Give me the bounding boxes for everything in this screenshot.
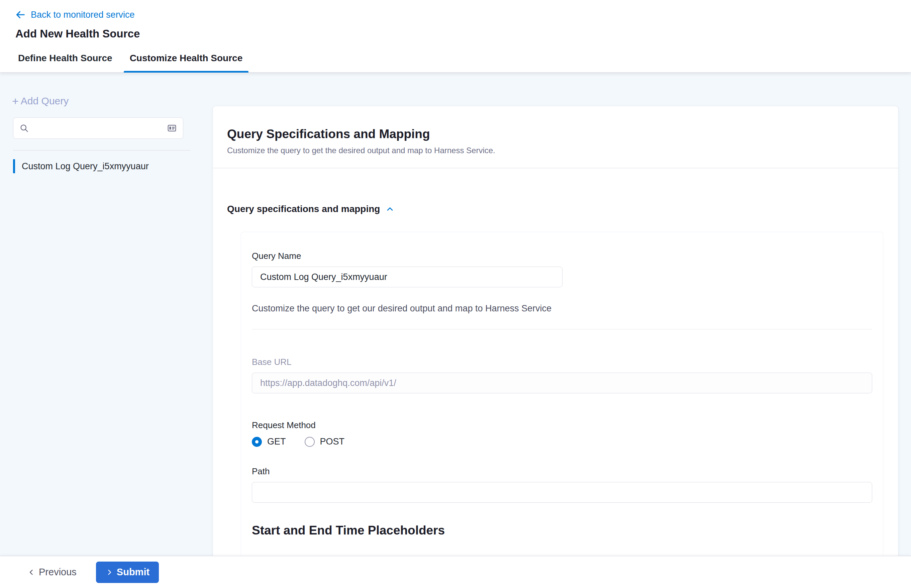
add-query-button[interactable]: + Add Query — [12, 95, 213, 107]
submit-button-label: Submit — [117, 567, 150, 578]
search-icon — [19, 123, 29, 133]
base-url-field: Base URL — [252, 357, 872, 393]
base-url-input — [252, 373, 872, 393]
path-field: Path — [252, 466, 872, 503]
query-sidebar: + Add Query Custom Log Query_i5xmyyuaur — [0, 73, 213, 174]
add-health-source-page: Back to monitored service Add New Health… — [0, 0, 911, 588]
back-link[interactable]: Back to monitored service — [31, 10, 135, 20]
path-label: Path — [252, 466, 872, 477]
path-input[interactable] — [252, 482, 872, 503]
plus-icon: + — [12, 96, 19, 106]
base-url-label: Base URL — [252, 357, 872, 367]
query-list-item[interactable]: Custom Log Query_i5xmyyuaur — [0, 158, 213, 174]
radio-get-label: GET — [267, 436, 286, 447]
tab-bar: Define Health Source Customize Health So… — [0, 53, 911, 73]
tab-customize-health-source[interactable]: Customize Health Source — [124, 53, 249, 72]
section-heading-label: Query specifications and mapping — [227, 204, 380, 215]
previous-button-label: Previous — [39, 567, 77, 578]
radio-get[interactable]: GET — [252, 436, 286, 447]
card-subtitle: Customize the query to get the desired o… — [227, 146, 883, 155]
query-name-label: Query Name — [252, 251, 872, 261]
chevron-up-icon[interactable] — [385, 204, 395, 214]
selected-indicator-bar — [13, 159, 15, 173]
card-header: Query Specifications and Mapping Customi… — [213, 107, 898, 168]
back-arrow-icon[interactable] — [15, 9, 26, 20]
radio-post[interactable]: POST — [305, 436, 345, 447]
chevron-left-icon — [27, 568, 36, 576]
form-divider — [252, 329, 872, 330]
placeholders-heading: Start and End Time Placeholders — [252, 523, 872, 538]
query-name-field: Query Name Customize the query to get ou… — [252, 251, 872, 314]
submit-button[interactable]: Submit — [96, 562, 159, 583]
section-collapse-toggle[interactable]: Query specifications and mapping — [227, 204, 883, 215]
page-title: Add New Health Source — [15, 27, 911, 40]
query-mapping-form: Query Name Customize the query to get ou… — [241, 232, 883, 556]
wizard-footer: Previous Submit — [0, 556, 911, 588]
card-body: Query specifications and mapping Query N… — [213, 204, 898, 556]
query-name-input[interactable] — [252, 267, 562, 287]
add-query-label: Add Query — [21, 95, 69, 107]
back-navigation[interactable]: Back to monitored service — [0, 8, 911, 21]
query-search-box[interactable] — [13, 117, 183, 139]
search-input[interactable] — [34, 123, 162, 134]
content-area: + Add Query Custom Log Query_i5xmyyuaur — [0, 73, 911, 556]
page-header: Back to monitored service Add New Health… — [0, 0, 911, 73]
request-method-label: Request Method — [252, 420, 872, 430]
chevron-right-icon — [105, 568, 113, 576]
sidebar-divider — [13, 150, 191, 150]
previous-button[interactable]: Previous — [27, 567, 77, 578]
radio-post-label: POST — [320, 436, 345, 447]
query-name-help-text: Customize the query to get our desired o… — [252, 304, 872, 314]
radio-get-circle[interactable] — [252, 437, 262, 447]
card-title: Query Specifications and Mapping — [227, 127, 883, 141]
query-spec-card: Query Specifications and Mapping Customi… — [213, 107, 898, 556]
request-method-field: Request Method GET POST — [252, 420, 872, 447]
radio-post-circle[interactable] — [305, 437, 315, 447]
list-view-icon[interactable] — [167, 123, 177, 133]
tab-define-health-source[interactable]: Define Health Source — [12, 53, 118, 72]
request-method-options: GET POST — [252, 436, 872, 447]
query-item-label: Custom Log Query_i5xmyyuaur — [22, 161, 149, 171]
